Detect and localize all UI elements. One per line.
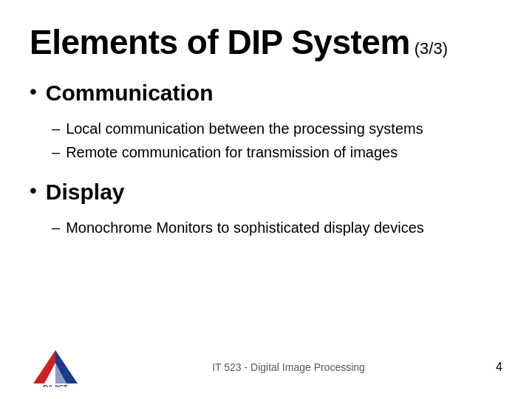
footer: DA-IICT IT 523 - Digital Image Processin… [30,339,502,387]
logo-area: DA-IICT [30,347,81,387]
sub-bullets-communication: – Local communication between the proces… [52,118,502,166]
sub-bullet-remote-text: Remote communication for transmission of… [66,142,398,163]
svg-text:DA-IICT: DA-IICT [44,383,68,387]
slide: Elements of DIP System (3/3) • Communica… [0,0,532,399]
sub-bullet-local-text: Local communication between the processi… [66,118,423,139]
bullet-label-display: Display [46,179,125,205]
dash-2: – [52,142,60,163]
dash-1: – [52,118,60,139]
sub-bullet-local: – Local communication between the proces… [52,118,502,139]
da-iict-logo: DA-IICT [30,347,81,387]
footer-page-number: 4 [496,361,502,374]
dash-3: – [52,217,60,238]
slide-title-sub: (3/3) [415,39,448,58]
bullet-communication: • Communication [30,80,502,106]
bullet-dot-1: • [30,81,37,102]
bullet-display: • Display [30,179,502,205]
title-row: Elements of DIP System (3/3) [30,22,502,62]
bullet-label-communication: Communication [46,80,214,106]
slide-title: Elements of DIP System [30,22,410,62]
sub-bullet-monochrome-text: Monochrome Monitors to sophisticated dis… [66,217,424,238]
bullet-dot-2: • [30,180,37,201]
sub-bullet-remote: – Remote communication for transmission … [52,142,502,163]
footer-course: IT 523 - Digital Image Processing [81,361,496,373]
sub-bullet-monochrome: – Monochrome Monitors to sophisticated d… [52,217,502,238]
sub-bullets-display: – Monochrome Monitors to sophisticated d… [52,217,502,241]
